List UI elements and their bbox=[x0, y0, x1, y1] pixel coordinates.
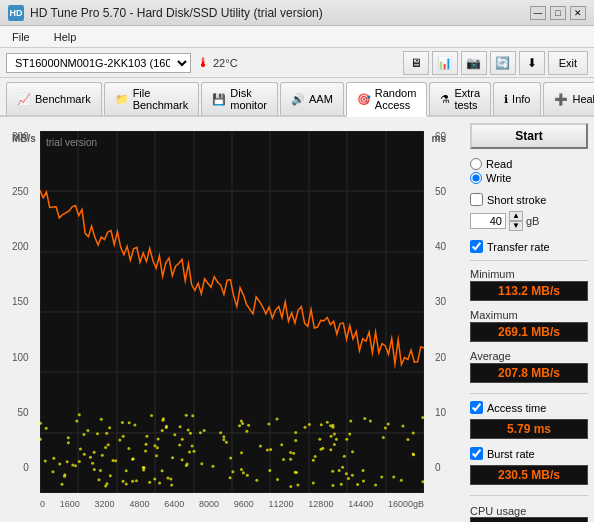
benchmark-icon: 📈 bbox=[17, 93, 31, 106]
y-axis-right: 60 50 40 30 20 10 0 bbox=[435, 131, 446, 473]
short-stroke-checkbox[interactable] bbox=[470, 193, 483, 206]
y-left-100: 100 bbox=[12, 352, 29, 363]
divider-1 bbox=[470, 260, 588, 261]
trial-label: trial version bbox=[46, 137, 97, 148]
write-radio-row: Write bbox=[470, 172, 588, 184]
x-14400: 14400 bbox=[348, 499, 373, 509]
divider-3 bbox=[470, 495, 588, 496]
aam-icon: 🔊 bbox=[291, 93, 305, 106]
toolbar-icon-4[interactable]: 🔄 bbox=[490, 51, 516, 75]
drive-select[interactable]: ST16000NM001G-2KK103 (16000 gB) bbox=[6, 53, 191, 73]
write-label: Write bbox=[486, 172, 511, 184]
maximum-label: Maximum bbox=[470, 309, 588, 321]
divider-2 bbox=[470, 393, 588, 394]
x-1600: 1600 bbox=[60, 499, 80, 509]
gb-unit: gB bbox=[526, 215, 539, 227]
toolbar-icon-2[interactable]: 📊 bbox=[432, 51, 458, 75]
transfer-rate-row: Transfer rate bbox=[470, 240, 588, 253]
toolbar-icon-3[interactable]: 📷 bbox=[461, 51, 487, 75]
menu-help[interactable]: Help bbox=[50, 30, 81, 44]
maximum-stat: Maximum 269.1 MB/s bbox=[470, 309, 588, 342]
burst-rate-label: Burst rate bbox=[487, 448, 535, 460]
tab-benchmark[interactable]: 📈 Benchmark bbox=[6, 82, 102, 115]
close-button[interactable]: ✕ bbox=[570, 6, 586, 20]
disk-monitor-label: Disk monitor bbox=[230, 87, 267, 111]
random-access-icon: 🎯 bbox=[357, 93, 371, 106]
x-4800: 4800 bbox=[129, 499, 149, 509]
x-12800: 12800 bbox=[308, 499, 333, 509]
menu-bar: File Help bbox=[0, 26, 594, 48]
short-stroke-input[interactable]: 40 bbox=[470, 213, 506, 229]
minimum-value: 113.2 MB/s bbox=[470, 281, 588, 301]
read-radio[interactable] bbox=[470, 158, 482, 170]
transfer-rate-label: Transfer rate bbox=[487, 241, 550, 253]
title-bar: HD HD Tune Pro 5.70 - Hard Disk/SSD Util… bbox=[0, 0, 594, 26]
y-left-200: 200 bbox=[12, 241, 29, 252]
info-icon: ℹ bbox=[504, 93, 508, 106]
y-right-40: 40 bbox=[435, 241, 446, 252]
read-label: Read bbox=[486, 158, 512, 170]
write-radio[interactable] bbox=[470, 172, 482, 184]
random-access-label: Random Access bbox=[375, 87, 417, 111]
toolbar-icon-5[interactable]: ⬇ bbox=[519, 51, 545, 75]
average-label: Average bbox=[470, 350, 588, 362]
tab-info[interactable]: ℹ Info bbox=[493, 82, 541, 115]
health-label: Health bbox=[572, 93, 594, 105]
short-stroke-label: Short stroke bbox=[487, 194, 546, 206]
tab-disk-monitor[interactable]: 💾 Disk monitor bbox=[201, 82, 278, 115]
tab-health[interactable]: ➕ Health bbox=[543, 82, 594, 115]
read-radio-row: Read bbox=[470, 158, 588, 170]
spinner-buttons: ▲ ▼ bbox=[509, 211, 523, 231]
cpu-usage-label: CPU usage bbox=[470, 505, 588, 517]
extra-tests-icon: ⚗ bbox=[440, 93, 450, 106]
aam-label: AAM bbox=[309, 93, 333, 105]
y-left-50: 50 bbox=[18, 407, 29, 418]
x-6400: 6400 bbox=[164, 499, 184, 509]
spinner-up[interactable]: ▲ bbox=[509, 211, 523, 221]
info-label: Info bbox=[512, 93, 530, 105]
access-time-value: 5.79 ms bbox=[470, 419, 588, 439]
right-panel: Start Read Write Short stroke 40 ▲ ▼ gB bbox=[464, 117, 594, 522]
x-axis: 0 1600 3200 4800 6400 8000 9600 11200 12… bbox=[40, 499, 424, 509]
app-icon: HD bbox=[8, 5, 24, 21]
cpu-usage-value: 1.5% bbox=[470, 517, 588, 522]
menu-file[interactable]: File bbox=[8, 30, 34, 44]
y-right-50: 50 bbox=[435, 186, 446, 197]
y-left-300: 300 bbox=[12, 131, 29, 142]
average-stat: Average 207.8 MB/s bbox=[470, 350, 588, 383]
minimum-stat: Minimum 113.2 MB/s bbox=[470, 268, 588, 301]
start-button[interactable]: Start bbox=[470, 123, 588, 149]
read-write-group: Read Write bbox=[470, 158, 588, 184]
y-right-20: 20 bbox=[435, 352, 446, 363]
window-controls[interactable]: — □ ✕ bbox=[530, 6, 586, 20]
file-benchmark-label: File Benchmark bbox=[133, 87, 189, 111]
average-value: 207.8 MB/s bbox=[470, 363, 588, 383]
tab-file-benchmark[interactable]: 📁 File Benchmark bbox=[104, 82, 200, 115]
y-left-250: 250 bbox=[12, 186, 29, 197]
title-bar-text: HD Tune Pro 5.70 - Hard Disk/SSD Utility… bbox=[30, 6, 323, 20]
access-time-label: Access time bbox=[487, 402, 546, 414]
chart-canvas bbox=[40, 131, 424, 493]
exit-button[interactable]: Exit bbox=[548, 51, 588, 75]
transfer-rate-checkbox[interactable] bbox=[470, 240, 483, 253]
y-right-10: 10 bbox=[435, 407, 446, 418]
toolbar-icon-1[interactable]: 🖥 bbox=[403, 51, 429, 75]
burst-rate-checkbox[interactable] bbox=[470, 447, 483, 460]
chart-wrapper: trial version bbox=[40, 131, 424, 493]
toolbar: ST16000NM001G-2KK103 (16000 gB) 🌡 22°C 🖥… bbox=[0, 48, 594, 78]
extra-tests-label: Extra tests bbox=[454, 87, 480, 111]
cpu-usage-block: CPU usage 1.5% bbox=[470, 505, 588, 522]
maximum-value: 269.1 MB/s bbox=[470, 322, 588, 342]
file-benchmark-icon: 📁 bbox=[115, 93, 129, 106]
spinner-down[interactable]: ▼ bbox=[509, 221, 523, 231]
tab-random-access[interactable]: 🎯 Random Access bbox=[346, 82, 428, 117]
maximize-button[interactable]: □ bbox=[550, 6, 566, 20]
short-stroke-row: Short stroke bbox=[470, 193, 588, 206]
access-time-checkbox[interactable] bbox=[470, 401, 483, 414]
minimize-button[interactable]: — bbox=[530, 6, 546, 20]
x-16000: 16000gB bbox=[388, 499, 424, 509]
access-time-stat: 5.79 ms bbox=[470, 419, 588, 439]
burst-rate-value: 230.5 MB/s bbox=[470, 465, 588, 485]
tab-aam[interactable]: 🔊 AAM bbox=[280, 82, 344, 115]
tab-extra-tests[interactable]: ⚗ Extra tests bbox=[429, 82, 491, 115]
